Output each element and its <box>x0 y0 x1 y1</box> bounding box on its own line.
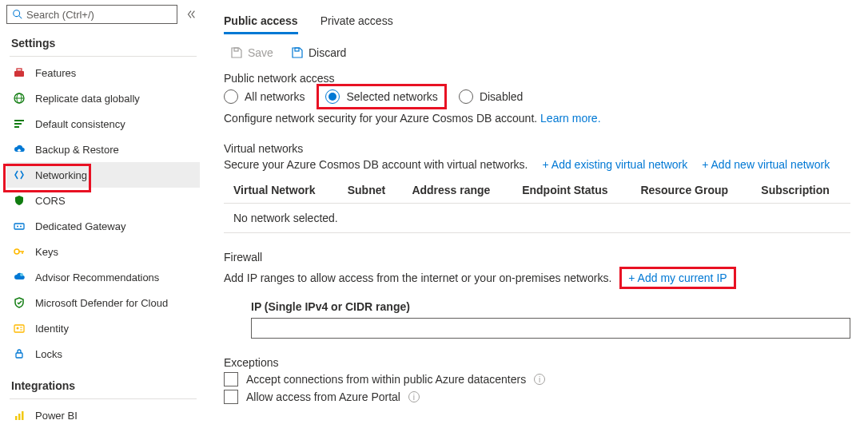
table-header: Subnet <box>338 177 403 204</box>
main-content: Public accessPrivate access Save Discard… <box>206 0 868 432</box>
table-header: Resource Group <box>631 177 751 204</box>
add-existing-vnet-link[interactable]: + Add existing virtual network <box>543 158 688 171</box>
svg-rect-21 <box>18 414 21 420</box>
defender-icon <box>13 296 26 309</box>
add-new-vnet-link[interactable]: + Add new virtual network <box>702 158 830 171</box>
sidebar-item-locks[interactable]: Locks <box>6 341 200 367</box>
checkbox-azure-datacenters[interactable] <box>224 372 238 386</box>
desc-text: Configure network security for your Azur… <box>224 112 540 125</box>
save-label: Save <box>248 46 273 59</box>
svg-line-1 <box>19 16 22 19</box>
sidebar-item-backup-restore[interactable]: Backup & Restore <box>6 137 200 162</box>
powerbi-icon <box>13 409 26 422</box>
table-header: Subscription <box>751 177 850 204</box>
search-placeholder: Search (Ctrl+/) <box>26 9 94 21</box>
sidebar-item-label: Replicate data globally <box>35 93 140 105</box>
search-icon <box>12 9 23 20</box>
collapse-sidebar-button[interactable] <box>182 6 200 23</box>
sidebar-item-label: Locks <box>35 348 62 360</box>
svg-rect-10 <box>14 224 24 229</box>
search-input[interactable]: Search (Ctrl+/) <box>6 5 177 24</box>
discard-icon <box>291 46 304 59</box>
discard-button[interactable]: Discard <box>285 45 352 61</box>
svg-point-16 <box>17 327 19 330</box>
exception-opt2-label: Allow access from Azure Portal <box>246 390 400 403</box>
ip-range-input[interactable] <box>251 318 850 339</box>
lock-icon <box>13 347 26 360</box>
shield-grid-icon <box>13 194 26 207</box>
sidebar-item-keys[interactable]: Keys <box>6 239 200 264</box>
sidebar-item-label: Keys <box>35 246 58 258</box>
sidebar-item-networking[interactable]: Networking <box>6 162 200 188</box>
public-access-options: All networksSelected networksDisabled <box>224 89 850 104</box>
sidebar-item-label: Identity <box>35 323 69 335</box>
sidebar-item-label: Microsoft Defender for Cloud <box>35 297 168 309</box>
svg-point-12 <box>20 226 22 228</box>
sidebar-item-microsoft-defender-for-cloud[interactable]: Microsoft Defender for Cloud <box>6 290 200 315</box>
svg-rect-24 <box>295 48 299 51</box>
table-header: Endpoint Status <box>512 177 631 204</box>
advisor-icon <box>13 271 26 283</box>
sidebar-section-integrations: Integrations <box>6 367 200 397</box>
radio-button-icon <box>224 89 238 104</box>
info-icon[interactable]: i <box>534 374 545 385</box>
svg-rect-3 <box>17 69 22 71</box>
sidebar-item-label: Power BI <box>35 410 78 422</box>
sidebar-item-power-bi[interactable]: Power BI <box>6 402 200 428</box>
learn-more-link[interactable]: Learn more. <box>540 112 600 125</box>
vnet-table: Virtual NetworkSubnetAddress rangeEndpoi… <box>224 177 850 233</box>
sidebar-item-label: Default consistency <box>35 118 125 130</box>
svg-point-13 <box>14 249 19 254</box>
brackets-icon <box>13 168 26 181</box>
sidebar-item-features[interactable]: Features <box>6 60 200 85</box>
radio-label: Selected networks <box>346 90 437 103</box>
table-header: Virtual Network <box>224 177 338 204</box>
checkbox-azure-portal[interactable] <box>224 390 238 404</box>
radio-button-icon <box>325 89 340 104</box>
radio-button-icon <box>459 89 473 104</box>
discard-label: Discard <box>309 46 346 59</box>
vnet-title: Virtual networks <box>224 142 850 155</box>
key-icon <box>13 245 26 258</box>
sidebar-item-cors[interactable]: CORS <box>6 188 200 213</box>
sidebar-item-dedicated-gateway[interactable]: Dedicated Gateway <box>6 213 200 239</box>
sidebar-item-label: Networking <box>35 169 87 181</box>
sidebar-item-label: Backup & Restore <box>35 144 119 156</box>
svg-rect-20 <box>15 416 18 420</box>
id-icon <box>13 322 26 335</box>
svg-rect-22 <box>22 411 24 420</box>
sidebar-item-label: Dedicated Gateway <box>35 220 125 232</box>
svg-rect-2 <box>14 71 24 77</box>
tab-public-access[interactable]: Public access <box>224 10 298 34</box>
sidebar-item-label: Features <box>35 67 76 79</box>
sidebar-item-replicate-data-globally[interactable]: Replicate data globally <box>6 85 200 111</box>
sidebar-item-default-consistency[interactable]: Default consistency <box>6 111 200 137</box>
svg-point-11 <box>17 226 18 228</box>
add-my-ip-link[interactable]: + Add my current IP <box>619 267 735 289</box>
radio-all-networks[interactable]: All networks <box>224 89 305 104</box>
radio-disabled[interactable]: Disabled <box>459 89 523 104</box>
sidebar: Search (Ctrl+/) Settings FeaturesReplica… <box>0 0 206 432</box>
svg-rect-15 <box>14 325 24 332</box>
divider <box>10 398 197 399</box>
tab-private-access[interactable]: Private access <box>321 10 393 34</box>
svg-point-0 <box>14 10 20 17</box>
firewall-desc: Add IP ranges to allow access from the i… <box>224 271 611 284</box>
sidebar-item-identity[interactable]: Identity <box>6 315 200 341</box>
vnet-empty-row: No network selected. <box>224 204 850 233</box>
svg-point-14 <box>20 273 23 276</box>
exceptions-title: Exceptions <box>224 356 850 369</box>
save-button[interactable]: Save <box>224 45 280 61</box>
table-header: Address range <box>402 177 512 204</box>
info-icon[interactable]: i <box>408 391 420 402</box>
sidebar-section-settings: Settings <box>6 24 200 54</box>
exception-opt1-label: Accept connections from within public Az… <box>246 373 526 386</box>
sidebar-item-advisor-recommendations[interactable]: Advisor Recommendations <box>6 264 200 290</box>
divider <box>10 56 197 57</box>
gateway-icon <box>13 220 26 232</box>
firewall-title: Firewall <box>224 251 850 264</box>
save-icon <box>230 46 243 59</box>
radio-label: Disabled <box>480 90 523 103</box>
radio-selected-networks[interactable]: Selected networks <box>317 84 446 109</box>
svg-rect-19 <box>16 353 22 358</box>
